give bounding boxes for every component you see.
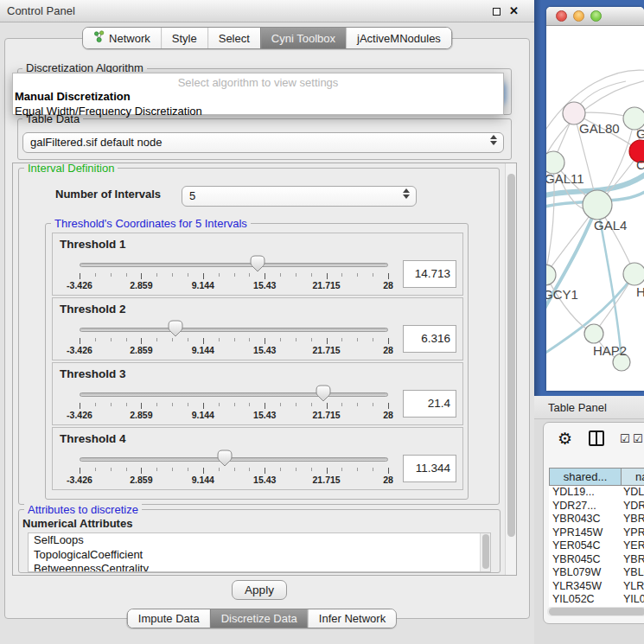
mac-zoom-icon[interactable] [590, 10, 602, 22]
cell-shared-name[interactable]: YER054C [549, 539, 622, 553]
table-row[interactable]: YLR345WYLR3 [549, 580, 644, 594]
tab-jactivemnodules[interactable]: jActiveMNodules [346, 28, 451, 48]
cell-name[interactable]: YPR1 [622, 526, 644, 540]
cell-shared-name[interactable]: YDR27... [549, 500, 622, 513]
threshold-label: Threshold 3 [60, 367, 126, 380]
tab-impute-data[interactable]: Impute Data [128, 609, 210, 628]
table-row[interactable]: YDR27...YDR2 [549, 500, 644, 513]
slider-thumb[interactable] [316, 385, 331, 402]
slider-tick-label: 2.859 [119, 475, 163, 485]
table-row[interactable]: YER054CYER0 [549, 539, 644, 553]
checkbox-icon[interactable]: ☑ [620, 432, 630, 445]
cell-name[interactable]: YBL0 [622, 566, 644, 580]
threshold-value-field[interactable]: 6.316 [403, 325, 456, 353]
slider-tick [141, 273, 142, 279]
threshold-value-field[interactable]: 21.4 [403, 390, 456, 418]
attributes-scrollbar[interactable] [480, 533, 490, 571]
cell-name[interactable]: YIL0 [622, 593, 644, 607]
tab-infer-network[interactable]: Infer Network [308, 609, 396, 628]
apply-button[interactable]: Apply [232, 580, 287, 600]
scrollbar-thumb[interactable] [482, 534, 489, 569]
number-of-intervals-select[interactable]: 5 [182, 186, 417, 207]
slider-thumb[interactable] [217, 450, 233, 467]
list-item-topologicalcoefficient[interactable]: TopologicalCoefficient [29, 548, 490, 563]
slider-tick-label: -3.426 [58, 410, 101, 420]
slider-track[interactable] [80, 328, 388, 332]
tab-discretize-data[interactable]: Discretize Data [210, 609, 308, 628]
mac-close-icon[interactable] [556, 10, 567, 22]
slider-tick [388, 468, 389, 474]
slider-track[interactable] [80, 392, 388, 397]
mac-minimize-icon[interactable] [573, 10, 584, 22]
slider-tick [126, 338, 127, 341]
slider-thumb[interactable] [250, 255, 265, 272]
slider-tick [373, 468, 373, 471]
slider-tick [111, 468, 112, 471]
network-node-gal4[interactable] [583, 190, 612, 220]
tab-cyni-toolbox[interactable]: Cyni Toolbox [260, 28, 346, 48]
cell-name[interactable]: YER0 [622, 539, 644, 553]
algorithm-option-manual-discretization[interactable]: Manual Discretization [13, 89, 503, 104]
cell-shared-name[interactable]: YBL079W [549, 566, 622, 580]
table-row[interactable]: YIL052CYIL0 [549, 593, 644, 607]
checkbox-icon[interactable]: ☑ [633, 432, 643, 445]
slider-tick [95, 403, 96, 406]
column-header-name[interactable]: name [622, 468, 644, 486]
split-pane-icon[interactable] [589, 430, 604, 446]
cell-name[interactable]: YDR2 [622, 500, 644, 513]
list-item-betweennesscentrality[interactable]: BetweennessCentrality [29, 562, 490, 572]
tab-style[interactable]: Style [161, 28, 207, 48]
table-row[interactable]: YBL079WYBL0 [549, 566, 644, 580]
slider-thumb[interactable] [168, 320, 183, 337]
slider-tick [172, 403, 173, 406]
network-node-node-right-mid[interactable] [623, 263, 644, 285]
node-table: shared... name YDL19...YDL1YDR27...YDR2Y… [549, 468, 644, 607]
slider-track[interactable] [80, 263, 388, 267]
page-title: Control Panel [7, 4, 75, 17]
network-node-gcy1[interactable] [546, 265, 556, 285]
table-row[interactable]: YBR045CYBR0 [549, 553, 644, 567]
cell-name[interactable]: YLR3 [622, 580, 644, 594]
gear-icon[interactable]: ⚙ [558, 429, 572, 449]
table-data-select[interactable]: galFiltered.sif default node [22, 132, 504, 153]
network-window: GAL80GCGAL11GAL4GCY1HHAP2 [546, 7, 644, 391]
tab-select[interactable]: Select [207, 28, 260, 48]
table-row[interactable]: YBR043CYBR0 [549, 513, 644, 526]
slider-tick [341, 468, 342, 471]
tab-network[interactable]: Network [83, 28, 161, 48]
cell-shared-name[interactable]: YBR043C [549, 513, 622, 526]
slider-tick [341, 403, 342, 406]
scrollbar-thumb[interactable] [507, 174, 515, 537]
list-item-selfloops[interactable]: SelfLoops [29, 533, 490, 548]
cell-shared-name[interactable]: YBR045C [549, 553, 622, 567]
slider-tick-label: 21.715 [305, 410, 348, 420]
cell-shared-name[interactable]: YLR345W [549, 580, 622, 594]
scrollbar-thumb[interactable] [549, 608, 644, 615]
slider-tick [126, 273, 127, 277]
slider-tick-label: 2.859 [119, 280, 163, 290]
network-canvas[interactable]: GAL80GCGAL11GAL4GCY1HHAP2 [546, 26, 644, 391]
table-row[interactable]: YPR145WYPR1 [549, 526, 644, 540]
close-icon[interactable]: ✕ [509, 0, 519, 22]
column-header-shared-name[interactable]: shared... [549, 468, 622, 486]
cell-name[interactable]: YBR0 [622, 513, 644, 526]
threshold-value-field[interactable]: 11.344 [403, 455, 456, 482]
slider-tick [172, 468, 173, 471]
float-window-icon[interactable] [493, 8, 501, 16]
network-window-titlebar[interactable] [546, 7, 644, 26]
table-horizontal-scrollbar[interactable] [547, 607, 644, 616]
cell-shared-name[interactable]: YDL19... [549, 486, 622, 500]
cell-name[interactable]: YDL1 [622, 486, 644, 500]
cell-shared-name[interactable]: YPR145W [549, 526, 622, 540]
network-node-hap2[interactable] [584, 324, 603, 343]
table-row[interactable]: YDL19...YDL1 [549, 486, 644, 500]
cell-shared-name[interactable]: YIL052C [549, 593, 622, 607]
cell-name[interactable]: YBR0 [622, 553, 644, 567]
settings-vertical-scrollbar[interactable] [505, 163, 516, 575]
slider-tick [265, 338, 265, 344]
slider-tick [265, 273, 265, 279]
algorithm-option-equal-width-frequency[interactable]: Equal Width/Frequency Discretization [13, 104, 503, 118]
network-icon [93, 30, 105, 46]
slider-track[interactable] [80, 457, 388, 462]
threshold-value-field[interactable]: 14.713 [403, 260, 456, 288]
